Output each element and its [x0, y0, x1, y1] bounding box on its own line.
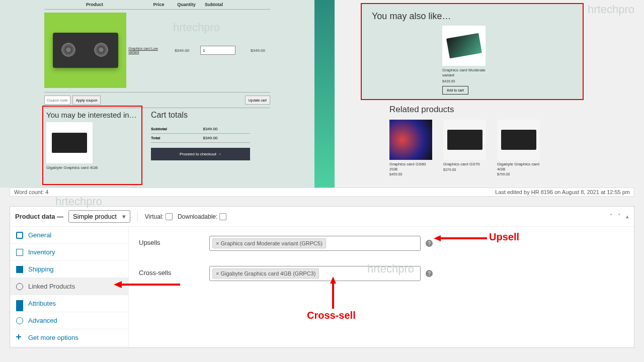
panel-down-icon[interactable]: ˅	[618, 213, 621, 220]
cart-totals: Cart totals Subtotal$349.00 Total$349.00…	[151, 111, 250, 160]
interested-title: You may be interested in…	[46, 111, 138, 119]
virtual-checkbox[interactable]: Virtual:	[145, 213, 173, 220]
related-title: Related products	[389, 105, 540, 115]
alsolike-image[interactable]	[442, 26, 486, 66]
tab-shipping[interactable]: Shipping	[10, 261, 128, 278]
upsell-label: Upsell	[489, 231, 519, 243]
subtotal-value: $349.00	[203, 125, 250, 134]
cart-qty-input[interactable]	[200, 46, 235, 55]
interested-name[interactable]: Gigabyte Graphics card 4GB	[46, 165, 138, 170]
related-item[interactable]: Graphics card GS70 $379.00	[443, 120, 486, 176]
total-label: Total	[151, 134, 203, 143]
alsolike-title: You may also like…	[372, 11, 573, 22]
link-icon	[16, 283, 23, 290]
related-name: Graphics card GS70	[443, 162, 486, 167]
checkout-button[interactable]: Proceed to checkout →	[151, 148, 250, 160]
crosssell-label: Cross-sell	[307, 310, 356, 321]
arrow-annotation	[432, 233, 492, 243]
help-icon[interactable]: ?	[426, 270, 433, 277]
interested-box: You may be interested in… Gigabyte Graph…	[42, 106, 142, 185]
related-image	[389, 120, 432, 160]
cart-item-price: $349.00	[175, 48, 189, 53]
downloadable-checkbox[interactable]: Downloadable:	[178, 213, 226, 220]
related-price: $459.00	[389, 172, 432, 176]
cart-item-subtotal: $349.00	[251, 48, 265, 53]
col-price: Price	[145, 2, 173, 7]
related-image	[443, 120, 486, 160]
col-product: Product	[44, 2, 145, 7]
last-edited: Last edited by HR 8196 on August 8, 2021…	[495, 189, 630, 195]
related-item[interactable]: Graphics card GS80 2GB $459.00	[389, 120, 432, 176]
svg-marker-3	[330, 277, 336, 284]
alsolike-name[interactable]: Graphics card Moderate variant	[442, 68, 486, 78]
related-item[interactable]: Gigabyte Graphics card 4GB $799.00	[497, 120, 540, 176]
product-data-panel: Product data — Simple product Virtual: D…	[10, 206, 634, 348]
truck-icon	[16, 266, 23, 273]
related-price: $799.00	[497, 172, 540, 176]
upsells-input[interactable]: × Graphics card Moderate variant (GRPC5)	[209, 236, 421, 251]
subtotal-label: Subtotal	[151, 125, 203, 134]
tab-advanced[interactable]: Advanced	[10, 312, 128, 329]
svg-marker-1	[434, 235, 441, 241]
panel-toggle-icon[interactable]: ▴	[626, 213, 629, 220]
related-name: Gigabyte Graphics card 4GB	[497, 162, 540, 171]
cart-item-image	[44, 13, 126, 88]
wrench-icon	[16, 232, 23, 239]
panel-up-icon[interactable]: ˄	[610, 213, 613, 220]
file-icon	[16, 249, 23, 256]
cart-item-link[interactable]: Graphics card Low variant	[128, 47, 164, 54]
product-tabs: General Inventory Shipping Linked Produc…	[10, 227, 129, 347]
crosssells-input[interactable]: × Gigabyte Graphics card 4GB (GRPC3)	[209, 266, 421, 281]
svg-marker-5	[114, 281, 122, 288]
total-value: $349.00	[203, 134, 250, 143]
tab-linked-products[interactable]: Linked Products	[10, 278, 128, 295]
related-image	[497, 120, 540, 160]
word-count: Word count: 4	[14, 189, 48, 195]
cart-preview-panel: Product Price Quantity Subtotal Graphics…	[0, 0, 314, 188]
totals-title: Cart totals	[151, 111, 250, 120]
related-price: $379.00	[443, 168, 486, 171]
alsolike-price: $439.00	[442, 79, 486, 83]
tab-general[interactable]: General	[10, 227, 128, 244]
update-cart-button[interactable]: Update cart	[245, 96, 270, 105]
gear-icon	[16, 317, 23, 324]
editor-status-bar: Word count: 4 Last edited by HR 8196 on …	[10, 188, 634, 197]
list-icon	[16, 300, 23, 307]
tab-attributes[interactable]: Attributes	[10, 295, 128, 312]
alsolike-box: You may also like… Graphics card Moderat…	[361, 3, 584, 100]
panel-title: Product data —	[15, 213, 63, 220]
arrow-annotation	[328, 276, 338, 311]
crosssells-label: Cross-sells	[139, 266, 209, 277]
tab-get-more[interactable]: Get more options	[10, 329, 128, 346]
crosssells-tag[interactable]: × Gigabyte Graphics card 4GB (GRPC3)	[212, 268, 319, 279]
add-to-cart-button[interactable]: Add to cart	[442, 86, 468, 95]
apply-coupon-button[interactable]: Apply coupon	[72, 96, 101, 105]
interested-image[interactable]	[46, 122, 93, 163]
upsells-label: Upsells	[139, 236, 209, 246]
divider-gradient	[314, 0, 335, 188]
related-name: Graphics card GS80 2GB	[389, 162, 432, 171]
arrow-annotation	[112, 280, 182, 290]
coupon-input[interactable]	[44, 96, 70, 105]
upsells-tag[interactable]: × Graphics card Moderate variant (GRPC5)	[212, 238, 326, 248]
col-subtotal: Subtotal	[200, 2, 228, 7]
tab-inventory[interactable]: Inventory	[10, 244, 128, 261]
col-qty: Quantity	[173, 2, 200, 7]
product-type-select[interactable]: Simple product	[68, 210, 130, 223]
plus-icon	[16, 334, 23, 341]
related-products: Related products Graphics card GS80 2GB …	[389, 105, 540, 176]
